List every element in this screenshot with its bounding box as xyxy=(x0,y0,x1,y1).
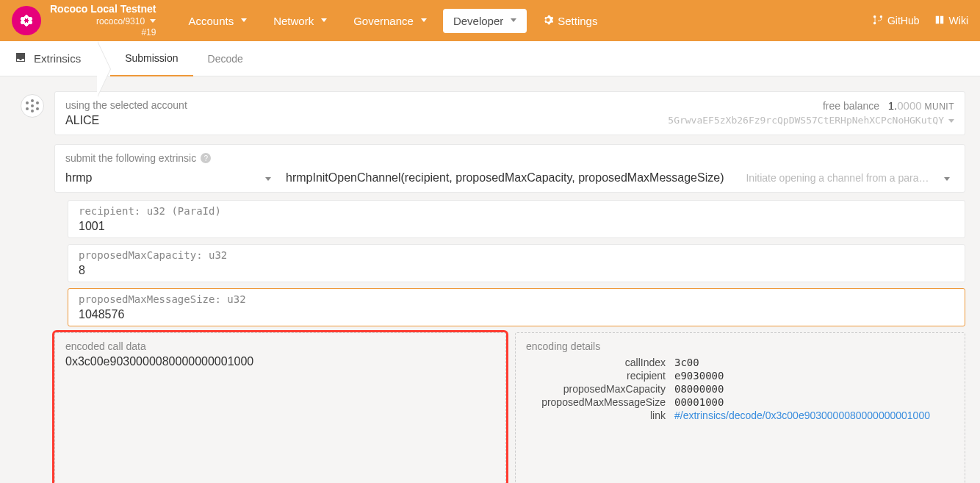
svg-point-6 xyxy=(36,107,39,110)
tab-decode[interactable]: Decode xyxy=(193,41,258,76)
page-title: Extrinsics xyxy=(15,51,110,65)
balance-unit: MUNIT xyxy=(925,101,955,112)
nav-network[interactable]: Network xyxy=(263,9,337,33)
param-recipient[interactable]: recipient: u32 (ParaId) xyxy=(68,200,965,238)
help-icon[interactable]: ? xyxy=(201,153,211,163)
nav-items: Accounts Network Governance Developer Se… xyxy=(178,9,608,33)
account-identicon[interactable] xyxy=(21,94,44,118)
nav-governance[interactable]: Governance xyxy=(343,9,437,33)
svg-point-4 xyxy=(36,101,39,104)
chevron-down-icon xyxy=(511,18,516,23)
pallet-select[interactable]: hrmp xyxy=(65,171,271,185)
chevron-down-icon xyxy=(321,18,327,23)
account-name: ALICE xyxy=(65,114,187,127)
account-selector[interactable]: using the selected account ALICE free ba… xyxy=(54,91,965,135)
account-address: 5GrwvaEF5zXb26Fz9rcQpDWS57CtERHpNehXCPcN… xyxy=(668,115,944,126)
book-icon xyxy=(934,15,945,27)
svg-point-5 xyxy=(26,107,29,110)
call-doc-hint: Initiate opening a channel from a parach… xyxy=(746,172,929,184)
detail-row: proposedMaxMessageSize00001000 xyxy=(526,396,954,408)
param-max-message-size[interactable]: proposedMaxMessageSize: u32 xyxy=(68,288,965,326)
github-link[interactable]: GitHub xyxy=(873,15,920,27)
tab-submission[interactable]: Submission xyxy=(110,41,192,76)
detail-row: callIndex3c00 xyxy=(526,357,954,368)
nav-settings[interactable]: Settings xyxy=(533,9,608,33)
call-signature[interactable]: hrmpInitOpenChannel(recipient, proposedM… xyxy=(286,171,724,185)
account-heading: using the selected account xyxy=(65,99,187,111)
param-max-capacity[interactable]: proposedMaxCapacity: u32 xyxy=(68,244,965,282)
top-nav: Rococo Local Testnet rococo/9310 #19 Acc… xyxy=(0,0,980,41)
param-recipient-input[interactable] xyxy=(79,220,954,233)
balance-label: free balance xyxy=(823,100,879,112)
network-name: Rococo Local Testnet xyxy=(50,2,156,15)
decode-link[interactable]: #/extrinsics/decode/0x3c00e9030000080000… xyxy=(674,409,930,421)
svg-point-3 xyxy=(26,101,29,104)
extrinsic-heading: submit the following extrinsic xyxy=(65,152,196,164)
chevron-down-icon xyxy=(265,171,271,185)
param-max-message-size-input[interactable] xyxy=(79,308,954,321)
block-number: #19 xyxy=(50,27,156,39)
sub-tabs: Extrinsics Submission Decode xyxy=(0,41,980,76)
param-max-capacity-input[interactable] xyxy=(79,264,954,277)
svg-point-7 xyxy=(31,104,34,107)
network-spec: rococo/9310 xyxy=(96,16,145,26)
svg-point-2 xyxy=(31,110,34,112)
balance-value: 1.0000 xyxy=(888,99,922,112)
encoded-call-data-box: encoded call data 0x3c00e903000008000000… xyxy=(54,332,506,483)
chevron-down-icon xyxy=(150,19,156,24)
chevron-down-icon xyxy=(241,18,247,23)
extrinsic-selector: submit the following extrinsic ? hrmp hr… xyxy=(54,144,965,193)
encoded-call-data: 0x3c00e9030000080000000001000 xyxy=(65,355,495,368)
svg-point-1 xyxy=(31,99,34,102)
tray-icon xyxy=(15,51,26,65)
detail-row: recipiente9030000 xyxy=(526,370,954,382)
network-selector[interactable]: Rococo Local Testnet rococo/9310 #19 xyxy=(50,2,156,38)
wiki-link[interactable]: Wiki xyxy=(934,15,968,27)
git-branch-icon xyxy=(873,15,883,27)
detail-link-row: link #/extrinsics/decode/0x3c00e90300000… xyxy=(526,409,954,421)
chevron-down-icon[interactable] xyxy=(944,172,954,184)
nav-accounts[interactable]: Accounts xyxy=(178,9,257,33)
main-content: using the selected account ALICE free ba… xyxy=(0,76,980,483)
encoding-details-box: encoding details callIndex3c00 recipient… xyxy=(515,332,965,483)
logo[interactable] xyxy=(12,6,41,35)
gear-icon xyxy=(543,15,553,27)
chevron-down-icon xyxy=(421,18,427,23)
detail-row: proposedMaxCapacity08000000 xyxy=(526,383,954,395)
nav-developer[interactable]: Developer xyxy=(443,9,527,33)
chevron-down-icon xyxy=(948,115,954,126)
